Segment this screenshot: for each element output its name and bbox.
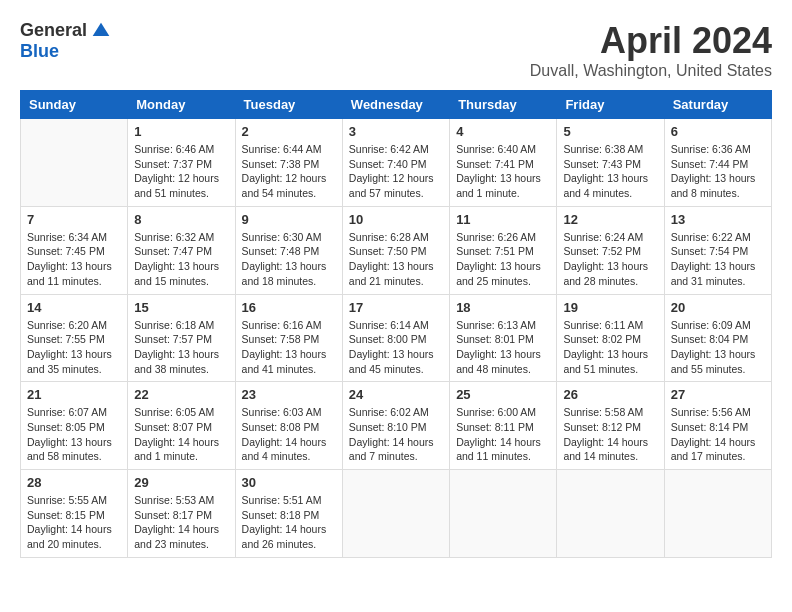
day-info: Sunrise: 5:51 AMSunset: 8:18 PMDaylight:… [242,493,336,552]
day-info: Sunrise: 6:32 AMSunset: 7:47 PMDaylight:… [134,230,228,289]
calendar-cell: 6Sunrise: 6:36 AMSunset: 7:44 PMDaylight… [664,119,771,207]
calendar-cell: 23Sunrise: 6:03 AMSunset: 8:08 PMDayligh… [235,382,342,470]
day-info: Sunrise: 6:11 AMSunset: 8:02 PMDaylight:… [563,318,657,377]
calendar-cell: 18Sunrise: 6:13 AMSunset: 8:01 PMDayligh… [450,294,557,382]
calendar-cell [342,470,449,558]
day-number: 3 [349,124,443,139]
day-info: Sunrise: 6:26 AMSunset: 7:51 PMDaylight:… [456,230,550,289]
calendar-row: 28Sunrise: 5:55 AMSunset: 8:15 PMDayligh… [21,470,772,558]
calendar-cell: 9Sunrise: 6:30 AMSunset: 7:48 PMDaylight… [235,206,342,294]
day-info: Sunrise: 6:13 AMSunset: 8:01 PMDaylight:… [456,318,550,377]
calendar-cell: 3Sunrise: 6:42 AMSunset: 7:40 PMDaylight… [342,119,449,207]
day-info: Sunrise: 6:42 AMSunset: 7:40 PMDaylight:… [349,142,443,201]
day-info: Sunrise: 6:16 AMSunset: 7:58 PMDaylight:… [242,318,336,377]
day-info: Sunrise: 6:34 AMSunset: 7:45 PMDaylight:… [27,230,121,289]
day-number: 19 [563,300,657,315]
header-day: Wednesday [342,91,449,119]
day-info: Sunrise: 6:07 AMSunset: 8:05 PMDaylight:… [27,405,121,464]
day-info: Sunrise: 6:46 AMSunset: 7:37 PMDaylight:… [134,142,228,201]
day-info: Sunrise: 6:30 AMSunset: 7:48 PMDaylight:… [242,230,336,289]
day-number: 14 [27,300,121,315]
header-day: Tuesday [235,91,342,119]
calendar-cell: 2Sunrise: 6:44 AMSunset: 7:38 PMDaylight… [235,119,342,207]
day-info: Sunrise: 5:53 AMSunset: 8:17 PMDaylight:… [134,493,228,552]
day-info: Sunrise: 6:02 AMSunset: 8:10 PMDaylight:… [349,405,443,464]
day-info: Sunrise: 6:20 AMSunset: 7:55 PMDaylight:… [27,318,121,377]
calendar-row: 1Sunrise: 6:46 AMSunset: 7:37 PMDaylight… [21,119,772,207]
calendar-cell: 1Sunrise: 6:46 AMSunset: 7:37 PMDaylight… [128,119,235,207]
calendar-row: 21Sunrise: 6:07 AMSunset: 8:05 PMDayligh… [21,382,772,470]
day-info: Sunrise: 6:14 AMSunset: 8:00 PMDaylight:… [349,318,443,377]
day-number: 15 [134,300,228,315]
day-number: 25 [456,387,550,402]
calendar-cell: 15Sunrise: 6:18 AMSunset: 7:57 PMDayligh… [128,294,235,382]
day-info: Sunrise: 5:58 AMSunset: 8:12 PMDaylight:… [563,405,657,464]
calendar-cell [664,470,771,558]
month-title: April 2024 [530,20,772,62]
day-info: Sunrise: 6:00 AMSunset: 8:11 PMDaylight:… [456,405,550,464]
day-info: Sunrise: 5:55 AMSunset: 8:15 PMDaylight:… [27,493,121,552]
day-info: Sunrise: 6:40 AMSunset: 7:41 PMDaylight:… [456,142,550,201]
day-number: 24 [349,387,443,402]
calendar-cell: 22Sunrise: 6:05 AMSunset: 8:07 PMDayligh… [128,382,235,470]
day-number: 6 [671,124,765,139]
day-number: 12 [563,212,657,227]
day-info: Sunrise: 6:03 AMSunset: 8:08 PMDaylight:… [242,405,336,464]
calendar-cell: 10Sunrise: 6:28 AMSunset: 7:50 PMDayligh… [342,206,449,294]
calendar-cell: 21Sunrise: 6:07 AMSunset: 8:05 PMDayligh… [21,382,128,470]
calendar-cell: 13Sunrise: 6:22 AMSunset: 7:54 PMDayligh… [664,206,771,294]
day-number: 22 [134,387,228,402]
day-info: Sunrise: 6:36 AMSunset: 7:44 PMDaylight:… [671,142,765,201]
day-number: 17 [349,300,443,315]
day-number: 2 [242,124,336,139]
calendar-row: 14Sunrise: 6:20 AMSunset: 7:55 PMDayligh… [21,294,772,382]
day-info: Sunrise: 6:24 AMSunset: 7:52 PMDaylight:… [563,230,657,289]
day-number: 5 [563,124,657,139]
day-info: Sunrise: 6:18 AMSunset: 7:57 PMDaylight:… [134,318,228,377]
day-info: Sunrise: 6:22 AMSunset: 7:54 PMDaylight:… [671,230,765,289]
calendar-cell [21,119,128,207]
calendar-cell: 14Sunrise: 6:20 AMSunset: 7:55 PMDayligh… [21,294,128,382]
header-row: SundayMondayTuesdayWednesdayThursdayFrid… [21,91,772,119]
day-number: 26 [563,387,657,402]
logo: General Blue [20,20,111,62]
day-number: 21 [27,387,121,402]
logo-general: General [20,20,87,41]
day-number: 23 [242,387,336,402]
day-info: Sunrise: 6:28 AMSunset: 7:50 PMDaylight:… [349,230,443,289]
day-info: Sunrise: 5:56 AMSunset: 8:14 PMDaylight:… [671,405,765,464]
header-day: Sunday [21,91,128,119]
header-day: Saturday [664,91,771,119]
day-number: 11 [456,212,550,227]
calendar-row: 7Sunrise: 6:34 AMSunset: 7:45 PMDaylight… [21,206,772,294]
calendar-cell: 11Sunrise: 6:26 AMSunset: 7:51 PMDayligh… [450,206,557,294]
day-number: 7 [27,212,121,227]
svg-marker-0 [93,22,110,35]
calendar-cell: 7Sunrise: 6:34 AMSunset: 7:45 PMDaylight… [21,206,128,294]
calendar-cell [557,470,664,558]
calendar-cell: 19Sunrise: 6:11 AMSunset: 8:02 PMDayligh… [557,294,664,382]
day-number: 8 [134,212,228,227]
day-number: 20 [671,300,765,315]
day-number: 13 [671,212,765,227]
calendar-cell: 29Sunrise: 5:53 AMSunset: 8:17 PMDayligh… [128,470,235,558]
day-number: 18 [456,300,550,315]
day-number: 30 [242,475,336,490]
title-section: April 2024 Duvall, Washington, United St… [530,20,772,80]
calendar-cell: 28Sunrise: 5:55 AMSunset: 8:15 PMDayligh… [21,470,128,558]
calendar-table: SundayMondayTuesdayWednesdayThursdayFrid… [20,90,772,558]
day-info: Sunrise: 6:09 AMSunset: 8:04 PMDaylight:… [671,318,765,377]
day-number: 29 [134,475,228,490]
calendar-cell: 30Sunrise: 5:51 AMSunset: 8:18 PMDayligh… [235,470,342,558]
day-number: 10 [349,212,443,227]
day-number: 9 [242,212,336,227]
calendar-cell: 12Sunrise: 6:24 AMSunset: 7:52 PMDayligh… [557,206,664,294]
day-number: 28 [27,475,121,490]
header-day: Thursday [450,91,557,119]
logo-icon [91,21,111,41]
calendar-cell: 25Sunrise: 6:00 AMSunset: 8:11 PMDayligh… [450,382,557,470]
day-number: 4 [456,124,550,139]
logo-blue: Blue [20,41,59,62]
calendar-cell: 17Sunrise: 6:14 AMSunset: 8:00 PMDayligh… [342,294,449,382]
location: Duvall, Washington, United States [530,62,772,80]
